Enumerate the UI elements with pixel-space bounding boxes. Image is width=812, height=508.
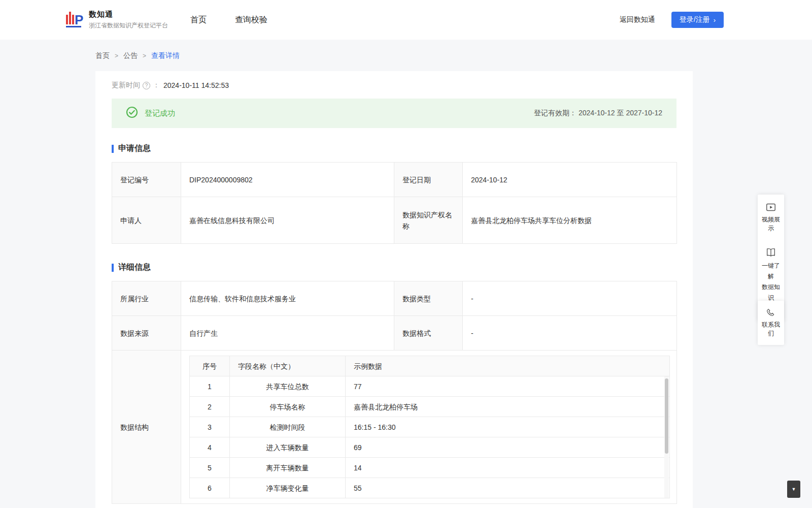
structure-table: 序号 字段名称（中文） 示例数据 1 共享车位总数 77 xyxy=(189,356,670,498)
apply-info-section-title: 申请信息 xyxy=(112,143,676,154)
section-accent-bar xyxy=(112,145,114,153)
site-title: 数知通 xyxy=(89,10,168,19)
brand[interactable]: P 数知通 浙江省数据知识产权登记平台 xyxy=(64,9,190,30)
apply-info-table: 登记编号 DIP2024000009802 登记日期 2024-10-12 申请… xyxy=(112,162,677,244)
scroll-down-button[interactable]: ▼ xyxy=(787,481,800,498)
validity-value: 2024-10-12 至 2027-10-12 xyxy=(579,109,662,117)
cell-sample: 16:15 - 16:30 xyxy=(346,417,670,437)
structure-header-row: 序号 字段名称（中文） 示例数据 xyxy=(190,356,670,376)
update-time-value: 2024-10-11 14:52:53 xyxy=(163,81,229,89)
detail-info-section-title: 详细信息 xyxy=(112,262,676,273)
table-row: 申请人 嘉善在线信息科技有限公司 数据知识产权名称 嘉善县北龙柏停车场共享车位分… xyxy=(112,197,677,244)
colon: ： xyxy=(153,81,160,90)
cell-seq: 4 xyxy=(190,437,230,458)
update-time-label: 更新时间 xyxy=(112,81,140,90)
reg-date-value: 2024-10-12 xyxy=(463,163,677,197)
col-header-seq: 序号 xyxy=(190,356,230,376)
structure-table-wrap: 序号 字段名称（中文） 示例数据 1 共享车位总数 77 xyxy=(189,356,669,498)
col-header-sample-data: 示例数据 xyxy=(346,356,670,376)
structure-row: 4 进入车辆数量 69 xyxy=(190,437,670,458)
logo-icon: P xyxy=(64,9,84,30)
contact-us-button[interactable]: 联系我们 xyxy=(759,308,783,338)
nav-item-query-verify[interactable]: 查询校验 xyxy=(235,15,267,25)
main-nav: 首页 查询校验 xyxy=(190,15,267,25)
structure-row: 6 净车辆变化量 55 xyxy=(190,478,670,498)
cell-field-name: 停车场名称 xyxy=(230,397,346,417)
contact-widget: 联系我们 xyxy=(758,301,784,345)
table-row: 数据来源 自行产生 数据格式 - xyxy=(112,316,677,351)
success-check-icon xyxy=(126,106,138,120)
breadcrumb: 首页 > 公告 > 查看详情 xyxy=(95,51,812,60)
cell-seq: 6 xyxy=(190,478,230,498)
structure-row: 3 检测时间段 16:15 - 16:30 xyxy=(190,417,670,437)
book-icon xyxy=(759,247,783,258)
nav-item-home[interactable]: 首页 xyxy=(190,15,207,25)
table-row: 登记编号 DIP2024000009802 登记日期 2024-10-12 xyxy=(112,163,677,197)
reg-date-label: 登记日期 xyxy=(394,163,463,197)
data-structure-cell: 序号 字段名称（中文） 示例数据 1 共享车位总数 77 xyxy=(181,351,677,504)
topbar-right: 返回数知通 登录/注册 › xyxy=(620,12,724,28)
validity-label: 登记有效期： xyxy=(534,109,577,117)
data-structure-label: 数据结构 xyxy=(112,351,181,504)
structure-row: 1 共享车位总数 77 xyxy=(190,376,670,397)
cell-sample: 77 xyxy=(346,376,670,397)
cell-seq: 1 xyxy=(190,376,230,397)
arrow-down-icon: ▼ xyxy=(792,487,796,492)
scrollbar-thumb[interactable] xyxy=(665,378,668,454)
structure-row: 5 离开车辆数量 14 xyxy=(190,458,670,478)
apply-info-title-text: 申请信息 xyxy=(118,143,151,154)
industry-label: 所属行业 xyxy=(112,281,181,316)
industry-value: 信息传输、软件和信息技术服务业 xyxy=(181,281,394,316)
applicant-label: 申请人 xyxy=(112,197,181,244)
breadcrumb-announcement[interactable]: 公告 xyxy=(123,51,138,60)
learn-label-line: 数据知识 xyxy=(759,282,783,303)
site-subtitle: 浙江省数据知识产权登记平台 xyxy=(89,21,168,30)
detail-info-table: 所属行业 信息传输、软件和信息技术服务业 数据类型 - 数据来源 自行产生 数据… xyxy=(112,281,677,504)
update-time-row: 更新时间 ? ： 2024-10-11 14:52:53 xyxy=(112,79,676,91)
reg-no-value: DIP2024000009802 xyxy=(181,163,394,197)
col-header-field-name: 字段名称（中文） xyxy=(230,356,346,376)
cell-seq: 2 xyxy=(190,397,230,417)
detail-info-title-text: 详细信息 xyxy=(118,262,151,273)
data-type-label: 数据类型 xyxy=(394,281,463,316)
contact-label: 联系我们 xyxy=(759,321,783,338)
cell-field-name: 检测时间段 xyxy=(230,417,346,437)
reg-no-label: 登记编号 xyxy=(112,163,181,197)
login-register-button[interactable]: 登录/注册 › xyxy=(671,12,724,28)
cell-seq: 3 xyxy=(190,417,230,437)
breadcrumb-current: 查看详情 xyxy=(151,51,180,60)
registration-status-banner: 登记成功 登记有效期： 2024-10-12 至 2027-10-12 xyxy=(112,99,676,128)
data-format-value: - xyxy=(463,316,677,351)
status-text: 登记成功 xyxy=(145,109,175,118)
data-format-label: 数据格式 xyxy=(394,316,463,351)
video-label: 视频展示 xyxy=(759,215,783,233)
cell-field-name: 共享车位总数 xyxy=(230,376,346,397)
video-icon xyxy=(759,202,783,213)
applicant-value: 嘉善在线信息科技有限公司 xyxy=(181,197,394,244)
breadcrumb-separator: > xyxy=(143,52,146,59)
phone-icon xyxy=(759,308,783,318)
data-source-label: 数据来源 xyxy=(112,316,181,351)
back-to-shuzhitong-link[interactable]: 返回数知通 xyxy=(620,15,655,24)
data-source-value: 自行产生 xyxy=(181,316,394,351)
header: P 数知通 浙江省数据知识产权登记平台 首页 查询校验 返回数知通 登录/注册 … xyxy=(0,0,812,40)
structure-table-scrollbar[interactable] xyxy=(664,376,669,498)
chevron-right-icon: › xyxy=(714,17,716,23)
cell-field-name: 进入车辆数量 xyxy=(230,437,346,458)
cell-sample: 14 xyxy=(346,458,670,478)
brand-text: 数知通 浙江省数据知识产权登记平台 xyxy=(89,10,168,30)
dip-name-label: 数据知识产权名称 xyxy=(394,197,463,244)
validity-period: 登记有效期： 2024-10-12 至 2027-10-12 xyxy=(534,109,662,118)
breadcrumb-home[interactable]: 首页 xyxy=(95,51,110,60)
dip-name-value: 嘉善县北龙柏停车场共享车位分析数据 xyxy=(463,197,677,244)
table-row: 数据结构 序号 字段名称（中文） 示例数据 xyxy=(112,351,677,504)
help-icon[interactable]: ? xyxy=(143,82,150,89)
cell-field-name: 净车辆变化量 xyxy=(230,478,346,498)
section-accent-bar xyxy=(112,264,114,272)
breadcrumb-separator: > xyxy=(115,52,118,59)
video-showcase-button[interactable]: 视频展示 xyxy=(759,202,783,233)
learn-label-line: 一键了解 xyxy=(759,261,783,282)
structure-row: 2 停车场名称 嘉善县北龙柏停车场 xyxy=(190,397,670,417)
data-type-value: - xyxy=(463,281,677,316)
svg-text:P: P xyxy=(75,12,83,27)
